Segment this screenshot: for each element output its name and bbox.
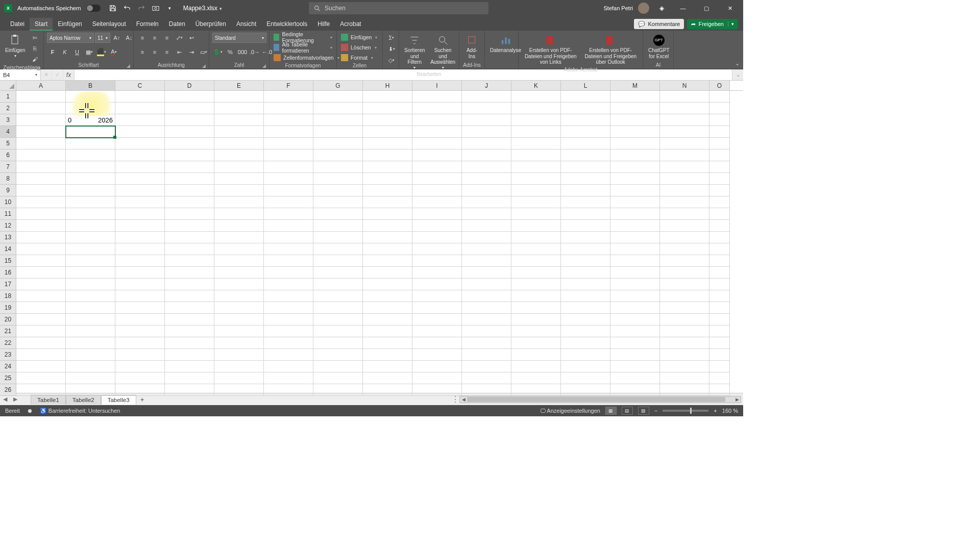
cell[interactable]: [709, 208, 730, 220]
cell[interactable]: [511, 337, 561, 349]
cut-button[interactable]: ✄: [29, 33, 40, 43]
cell[interactable]: [363, 126, 412, 138]
cell[interactable]: [165, 114, 214, 126]
cell[interactable]: [16, 384, 66, 396]
cell[interactable]: [462, 161, 511, 173]
cell[interactable]: [660, 196, 709, 208]
cell[interactable]: [16, 91, 66, 103]
cell[interactable]: [66, 185, 115, 196]
cell[interactable]: [313, 302, 363, 314]
filename[interactable]: Mappe3.xlsx▾: [183, 5, 222, 12]
cell[interactable]: [412, 161, 462, 173]
cell[interactable]: [709, 232, 730, 243]
maximize-button[interactable]: ▢: [697, 2, 716, 14]
cell[interactable]: [214, 267, 264, 279]
col-header-O[interactable]: O: [709, 81, 730, 90]
cell[interactable]: [66, 126, 115, 138]
cell[interactable]: [66, 173, 115, 185]
cell[interactable]: [462, 349, 511, 361]
underline-button[interactable]: U: [71, 47, 83, 57]
cell[interactable]: [709, 361, 730, 372]
cell[interactable]: [610, 173, 660, 185]
cell[interactable]: [610, 196, 660, 208]
cell[interactable]: [561, 325, 610, 337]
cell[interactable]: [561, 232, 610, 243]
cell[interactable]: [115, 185, 165, 196]
cell[interactable]: [16, 114, 66, 126]
col-header-I[interactable]: I: [412, 81, 462, 90]
cell[interactable]: [214, 314, 264, 325]
cell[interactable]: [412, 384, 462, 396]
cell[interactable]: [660, 126, 709, 138]
cell[interactable]: [610, 302, 660, 314]
cell[interactable]: [561, 267, 610, 279]
zoom-level[interactable]: 160 %: [722, 408, 738, 414]
cell[interactable]: [313, 314, 363, 325]
cell[interactable]: [165, 267, 214, 279]
cell[interactable]: [660, 372, 709, 384]
cell[interactable]: [115, 349, 165, 361]
col-header-D[interactable]: D: [165, 81, 214, 90]
cell[interactable]: [115, 302, 165, 314]
cell[interactable]: [115, 126, 165, 138]
cell[interactable]: [709, 349, 730, 361]
cell[interactable]: [412, 302, 462, 314]
cell[interactable]: [115, 372, 165, 384]
cell[interactable]: [462, 290, 511, 302]
cancel-formula-button[interactable]: ✕: [41, 69, 52, 80]
cell[interactable]: [214, 232, 264, 243]
merge-button[interactable]: ▭▾: [198, 47, 209, 57]
cell[interactable]: [115, 149, 165, 161]
cell[interactable]: [214, 114, 264, 126]
cell[interactable]: [214, 290, 264, 302]
cell[interactable]: [709, 103, 730, 114]
cell[interactable]: [214, 372, 264, 384]
cell[interactable]: [165, 196, 214, 208]
border-button[interactable]: ▦▾: [84, 47, 95, 57]
cell[interactable]: [660, 314, 709, 325]
cell[interactable]: [462, 114, 511, 126]
cell[interactable]: [363, 149, 412, 161]
cell[interactable]: [610, 126, 660, 138]
cell[interactable]: [561, 349, 610, 361]
col-header-G[interactable]: G: [313, 81, 363, 90]
row-header[interactable]: 26: [0, 384, 16, 396]
cell[interactable]: [165, 173, 214, 185]
cell[interactable]: [264, 325, 313, 337]
cell[interactable]: [214, 208, 264, 220]
cell[interactable]: [313, 220, 363, 232]
cell[interactable]: [115, 103, 165, 114]
cell[interactable]: [66, 361, 115, 372]
cell[interactable]: [660, 349, 709, 361]
cell[interactable]: [115, 91, 165, 103]
cell[interactable]: [264, 173, 313, 185]
cell[interactable]: [264, 232, 313, 243]
cell[interactable]: [16, 161, 66, 173]
cell[interactable]: [214, 255, 264, 267]
tab-entwicklertools[interactable]: Entwicklertools: [261, 18, 312, 31]
cell[interactable]: [709, 243, 730, 255]
cell[interactable]: [610, 349, 660, 361]
cell[interactable]: [412, 279, 462, 290]
redo-button[interactable]: [135, 2, 148, 14]
cell[interactable]: [660, 161, 709, 173]
cell[interactable]: [709, 114, 730, 126]
collapse-ribbon-button[interactable]: ⌄: [731, 31, 743, 69]
col-header-N[interactable]: N: [660, 81, 709, 90]
cell[interactable]: [462, 384, 511, 396]
cell[interactable]: [16, 243, 66, 255]
cell[interactable]: [610, 290, 660, 302]
cell[interactable]: [264, 361, 313, 372]
row-header[interactable]: 5: [0, 138, 16, 149]
cell[interactable]: [66, 302, 115, 314]
cell[interactable]: [610, 243, 660, 255]
cell[interactable]: [412, 361, 462, 372]
cell[interactable]: [363, 325, 412, 337]
cell[interactable]: [363, 138, 412, 149]
cell[interactable]: [412, 149, 462, 161]
cell[interactable]: [363, 208, 412, 220]
cell[interactable]: [214, 161, 264, 173]
col-header-A[interactable]: A: [16, 81, 66, 90]
cell[interactable]: [363, 161, 412, 173]
cell[interactable]: [660, 267, 709, 279]
